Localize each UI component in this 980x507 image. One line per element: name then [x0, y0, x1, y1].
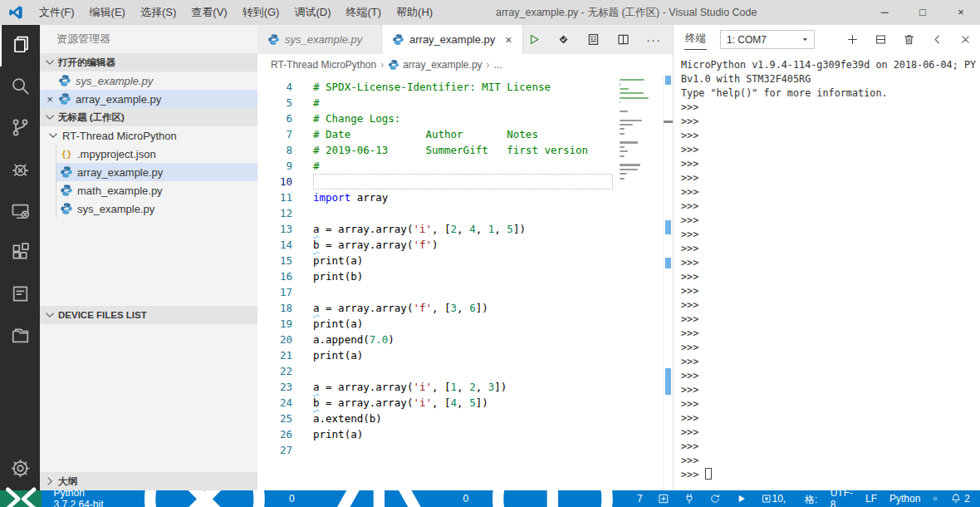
stop-button[interactable] [761, 493, 772, 505]
activity-files-button[interactable] [0, 25, 40, 66]
cursor-position[interactable]: 行 10, 列 1 [772, 479, 792, 507]
minimap[interactable] [620, 79, 661, 186]
close-window-button[interactable]: × [942, 0, 980, 25]
close-tab-icon[interactable]: × [505, 33, 512, 47]
sync-button[interactable] [709, 493, 721, 505]
chevron-right-icon [43, 475, 56, 488]
terminal-selector[interactable]: 1: COM7 [720, 30, 815, 49]
open-editor-label: array_example.py [76, 93, 161, 106]
line-content: print(a) [313, 316, 613, 332]
binary-file-button[interactable] [586, 32, 600, 47]
chevron-down-icon [43, 308, 56, 322]
activity-bar [0, 25, 40, 490]
trash-terminal-button[interactable] [903, 33, 915, 46]
remote-indicator[interactable] [0, 490, 42, 507]
outline-header[interactable]: 大纲 [40, 472, 257, 490]
feedback-smiley-icon[interactable] [933, 493, 938, 505]
line-content: print(a) [313, 426, 613, 442]
tab-sys_example.py[interactable]: sys_example.py [257, 25, 382, 54]
language-mode[interactable]: Python [889, 493, 920, 505]
terminal-output[interactable]: MicroPython v1.9.4-114-g309fe39d on 2018… [674, 54, 980, 490]
terminal-prompt-line: >>> [681, 397, 980, 411]
terminal-banner-line: Type "help()" for more information. [681, 86, 980, 101]
terminal-prompt-line: >>> [681, 115, 980, 129]
folder-label: RT-Thread MicroPython [62, 130, 177, 142]
workspace-label: 无标题 (工作区) [58, 111, 125, 124]
terminal-prompt-line: >>> [681, 143, 980, 157]
split-panel-terminal-button[interactable] [875, 33, 887, 46]
device-files-header[interactable]: DEVICE FILES LIST [40, 306, 257, 324]
activity-device-button[interactable] [0, 191, 40, 233]
overview-ruler [663, 76, 673, 490]
rtthread-download-button[interactable] [556, 32, 571, 47]
line-number: 27 [257, 442, 292, 458]
add-device-file-button[interactable] [658, 493, 669, 505]
line-number: 17 [257, 284, 292, 300]
menu-item-3[interactable]: 查看(V) [184, 0, 234, 25]
tree-file-item[interactable]: {}.mpyproject.json [56, 145, 257, 163]
connect-device-button[interactable] [684, 493, 695, 505]
tree-file-item[interactable]: array_example.py [56, 163, 257, 181]
breadcrumb-root[interactable]: RT-Thread MicroPython [271, 59, 376, 71]
terminal-prompt-line: >>> [681, 270, 980, 284]
terminal-banner-line: MicroPython v1.9.4-114-g309fe39d on 2018… [681, 58, 980, 72]
menu-item-2[interactable]: 选择(S) [133, 0, 184, 25]
terminal-prompt-line: >>> [681, 426, 980, 440]
window-controls: ─ □ × [865, 0, 980, 25]
tree-file-item[interactable]: math_example.py [56, 181, 257, 199]
info-count: 7 [637, 493, 643, 505]
line-number: 5 [257, 95, 292, 111]
file-label: array_example.py [77, 166, 163, 179]
plus-terminal-button[interactable] [846, 33, 859, 46]
minimize-button[interactable]: ─ [865, 0, 904, 25]
terminal-prompt-line: >>> [681, 157, 980, 171]
activity-folder-button[interactable] [0, 316, 40, 357]
menu-item-7[interactable]: 帮助(H) [389, 0, 440, 25]
indentation[interactable]: 空格: 4 [805, 479, 818, 507]
python-icon [60, 165, 73, 179]
eol-sequence[interactable]: LF [865, 493, 877, 505]
encoding[interactable]: UTF-8 [831, 487, 853, 507]
terminal-prompt-line: >>> [681, 355, 980, 369]
code-line-12: 12 [257, 205, 673, 221]
open-editor-item[interactable]: ×array_example.py [40, 90, 257, 108]
tree-file-item[interactable]: sys_example.py [56, 199, 257, 218]
open-editors-header[interactable]: 打开的编辑器 [40, 53, 257, 71]
breadcrumb-file[interactable]: array_example.py [403, 59, 482, 71]
split-editor-button[interactable] [616, 32, 630, 47]
code-line-19: 19print(a) [257, 316, 673, 332]
activity-notebook-button[interactable] [0, 274, 40, 316]
terminal-banner-line: Bv1.0 with STM32F405RG [681, 72, 980, 86]
line-number: 4 [257, 79, 292, 95]
more-actions-button[interactable]: ··· [646, 32, 661, 47]
run-button[interactable] [527, 32, 541, 47]
maximize-button[interactable]: □ [904, 0, 942, 25]
activity-search-button[interactable] [0, 66, 40, 108]
code-editor[interactable]: 4# SPDX-License-Identifier: MIT License5… [257, 76, 673, 490]
activity-extensions-button[interactable] [0, 233, 40, 274]
open-editor-item[interactable]: sys_example.py [40, 71, 257, 90]
terminal-prompt-line: >>> [681, 101, 980, 115]
tab-array_example.py[interactable]: array_example.py× [382, 25, 523, 54]
tree-folder-rt-thread[interactable]: RT-Thread MicroPython [40, 126, 257, 145]
tab-terminal[interactable]: 终端 [684, 30, 707, 50]
code-line-8: 8# 2019-06-13 SummerGift first version [257, 142, 673, 158]
notifications-bell[interactable]: 2 [950, 493, 970, 505]
menu-item-1[interactable]: 编辑(E) [82, 0, 133, 25]
chevron-left-terminal-button[interactable] [931, 33, 943, 46]
breadcrumb: RT-Thread MicroPython›array_example.py›.… [257, 54, 673, 76]
menu-item-4[interactable]: 转到(G) [235, 0, 287, 25]
line-number: 10 [257, 174, 292, 190]
menu-item-5[interactable]: 调试(D) [287, 0, 338, 25]
menu-item-0[interactable]: 文件(F) [32, 0, 82, 25]
close-editor-icon[interactable]: × [42, 93, 58, 106]
activity-source-control-button[interactable] [0, 108, 40, 150]
activity-debug-button[interactable] [0, 150, 40, 191]
breadcrumb-symbol[interactable]: ... [494, 59, 502, 71]
workspace-header[interactable]: 无标题 (工作区) [40, 108, 257, 126]
close-terminal-button[interactable] [959, 33, 972, 46]
run-file-button[interactable] [735, 493, 747, 505]
menu-item-6[interactable]: 终端(T) [338, 0, 389, 25]
line-content [313, 284, 613, 300]
code-line-15: 15print(a) [257, 253, 673, 268]
